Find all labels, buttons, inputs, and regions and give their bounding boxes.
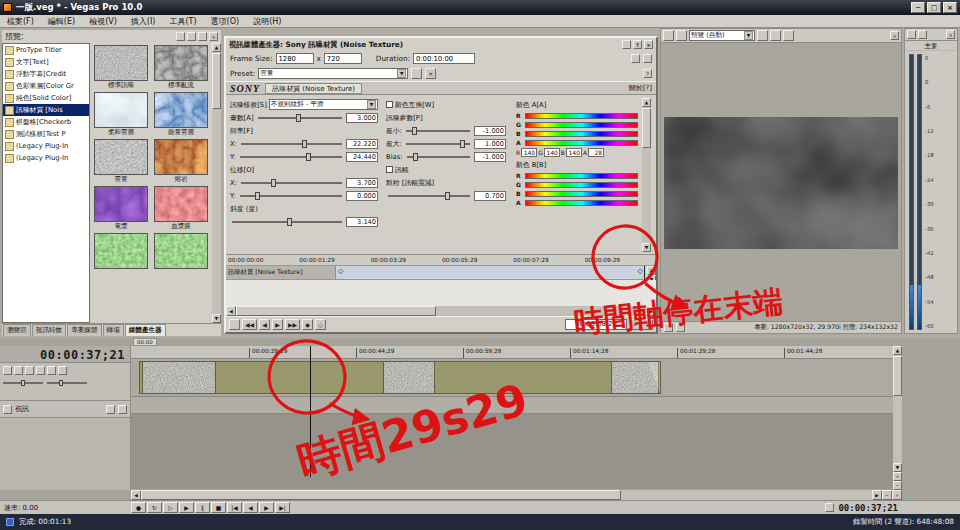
zoom-in-icon[interactable]: + — [642, 319, 653, 330]
last-keyframe-button[interactable]: ▶▶ — [285, 319, 300, 330]
sync-cursor-icon[interactable] — [229, 319, 240, 330]
zoom-out-icon[interactable]: − — [629, 319, 640, 330]
mixer-downmix-icon[interactable] — [918, 30, 927, 39]
timeline-hscrollbar[interactable]: ◀ ▶ − + — [131, 490, 902, 500]
color-a-g-gradient[interactable] — [525, 122, 638, 128]
keyframe-timecode[interactable]: 00:00:08;29 — [565, 319, 627, 330]
grid-icon[interactable] — [770, 30, 781, 41]
track-motion-icon[interactable] — [58, 366, 67, 375]
preset-item[interactable] — [152, 233, 210, 278]
preset-item[interactable]: 血漿膜 — [152, 186, 210, 231]
dialog-title-bar[interactable]: 視訊媒體產生器: Sony 訊噪材質 (Noise Texture) ? × — [226, 38, 656, 51]
dropdown-arrow-icon[interactable]: ▼ — [367, 100, 376, 109]
tab-media-generators[interactable]: 媒體產生器 — [125, 324, 166, 336]
panel-toolbar-icon[interactable] — [176, 32, 185, 41]
generators-scrollbar[interactable]: ▲ ▼ — [212, 43, 221, 323]
offset-y-value[interactable]: 0.000 — [346, 191, 378, 201]
freq-x-value[interactable]: 22.220 — [346, 139, 378, 149]
dialog-expand-icon[interactable] — [643, 54, 652, 63]
insert-keyframe-button[interactable]: ◆ — [302, 319, 313, 330]
plugin-help-icon[interactable]: ? — [643, 69, 652, 78]
frame-height-input[interactable] — [324, 53, 362, 64]
menu-help[interactable]: 說明(H) — [246, 16, 288, 27]
project-properties-icon[interactable] — [663, 30, 674, 41]
category-text[interactable]: 文字[Text] — [3, 56, 89, 68]
frequency-value[interactable]: 3.000 — [346, 113, 378, 123]
category-prototype-titler[interactable]: ProType Titler — [3, 44, 89, 56]
scroll-down-icon[interactable]: ▼ — [212, 314, 221, 323]
color-b-r-gradient[interactable] — [525, 173, 638, 179]
grain-slider[interactable] — [388, 195, 470, 197]
scroll-thumb[interactable] — [236, 306, 436, 316]
track-fx-icon[interactable] — [14, 366, 23, 375]
loop-playback-button[interactable]: ↻ — [147, 502, 162, 513]
offset-y-slider[interactable] — [240, 195, 342, 197]
category-credit-roll[interactable]: 浮動字幕[Credit — [3, 68, 89, 80]
bias-value[interactable]: -1.000 — [474, 152, 506, 162]
loop-region-marker[interactable]: 00:00 — [133, 338, 157, 346]
offset-x-slider[interactable] — [241, 182, 342, 184]
freq-x-slider[interactable] — [241, 143, 342, 145]
plugin-chain-tab[interactable]: 訊噪材質 (Noise Texture) — [265, 83, 362, 94]
playhead-cursor[interactable] — [310, 346, 311, 477]
keyframe-track-lane[interactable]: ◇ ◇ — [336, 266, 647, 279]
menu-edit[interactable]: 編輯(E) — [41, 16, 82, 27]
dialog-dock-icon[interactable] — [631, 54, 640, 63]
snapshot-icon[interactable] — [783, 30, 794, 41]
category-legacy-plugin-2[interactable]: (Legacy Plug-In — [3, 152, 89, 164]
rotation-slider[interactable] — [232, 221, 342, 223]
preset-item[interactable]: 熔岩 — [152, 139, 210, 184]
category-color-gradient[interactable]: 色彩漸層[Color Gr — [3, 80, 89, 92]
duration-input[interactable] — [413, 53, 475, 64]
maximize-button[interactable]: □ — [927, 2, 941, 13]
keyframe-vscroll[interactable]: ▲ ▼ — [647, 266, 656, 279]
color-b-a-gradient[interactable] — [525, 200, 638, 206]
min-slider[interactable] — [406, 130, 470, 132]
color-a-g-value[interactable]: 140 — [544, 148, 560, 157]
scroll-up-icon[interactable]: ▲ — [893, 346, 902, 355]
generated-media-event[interactable] — [139, 361, 661, 394]
track-level-slider[interactable] — [3, 382, 43, 384]
delete-keyframe-button[interactable]: ◇ — [315, 319, 326, 330]
freq-y-slider[interactable] — [240, 156, 342, 158]
rotation-value[interactable]: 3.140 — [346, 217, 378, 227]
freq-y-value[interactable]: 24.440 — [346, 152, 378, 162]
mixer-settings-icon[interactable] — [907, 30, 916, 39]
video-track2-lane[interactable] — [131, 397, 893, 414]
color-b-b-gradient[interactable] — [525, 191, 638, 197]
track-minimize-icon[interactable] — [3, 366, 12, 375]
scroll-up-icon[interactable]: ▲ — [647, 266, 656, 275]
menu-tools[interactable]: 工具(T) — [162, 16, 203, 27]
track-solo-icon[interactable] — [118, 405, 127, 414]
color-a-b-value[interactable]: 140 — [566, 148, 582, 157]
frequency-slider[interactable] — [258, 117, 342, 119]
color-a-b-gradient[interactable] — [525, 131, 638, 137]
scroll-up-icon[interactable]: ▲ — [642, 98, 651, 107]
frame-width-input[interactable] — [276, 53, 314, 64]
max-slider[interactable] — [406, 143, 470, 145]
swap-colors-checkbox[interactable] — [386, 101, 393, 108]
dialog-pin-icon[interactable] — [622, 40, 631, 49]
dropdown-arrow-icon[interactable]: ▼ — [397, 69, 406, 78]
scroll-thumb[interactable] — [212, 53, 221, 109]
scroll-right-icon[interactable]: ▶ — [872, 490, 882, 500]
scroll-left-icon[interactable]: ◀ — [226, 306, 236, 316]
tab-explorer[interactable]: 瀏覽區 — [3, 324, 31, 336]
amplitude-checkbox[interactable] — [386, 166, 393, 173]
pause-button[interactable]: ‖ — [195, 502, 210, 513]
preset-item[interactable]: 雲量 — [92, 139, 150, 184]
scroll-down-icon[interactable]: ▼ — [893, 463, 902, 472]
prev-keyframe-button[interactable]: ◀ — [259, 319, 270, 330]
track-solo-icon[interactable] — [36, 366, 45, 375]
offset-x-value[interactable]: 3.700 — [346, 178, 378, 188]
tab-video-fx[interactable]: 視訊特效 — [32, 324, 66, 336]
dialog-close-icon[interactable]: × — [644, 40, 653, 49]
next-keyframe-button[interactable]: ▶ — [272, 319, 283, 330]
min-value[interactable]: -1.000 — [474, 126, 506, 136]
params-scrollbar[interactable]: ▲ ▼ — [642, 98, 651, 252]
scroll-up-icon[interactable]: ▲ — [212, 43, 221, 52]
panel-close-icon[interactable]: × — [946, 30, 955, 39]
track-mute-icon[interactable] — [106, 405, 115, 414]
vzoom-out-icon[interactable]: − — [893, 481, 902, 490]
go-to-start-button[interactable]: |◀ — [227, 502, 242, 513]
